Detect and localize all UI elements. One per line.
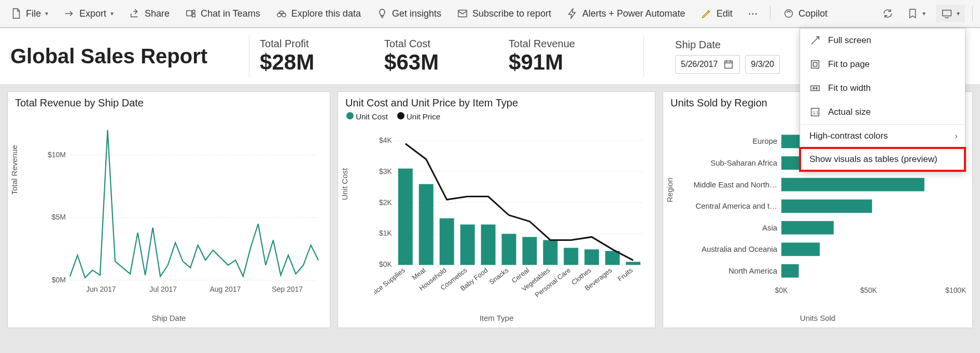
svg-text:Asia: Asia: [762, 224, 778, 232]
svg-text:$4K: $4K: [379, 136, 393, 144]
menu-show-as-tables[interactable]: Show visuals as tables (preview): [800, 148, 965, 171]
share-label: Share: [145, 8, 170, 19]
toolbar: File ▾ Export ▾ Share Chat in Teams Expl…: [0, 0, 980, 28]
menu-label: Fit to page: [828, 59, 870, 70]
kpi-cost: Total Cost $63M: [384, 38, 509, 75]
export-menu[interactable]: Export ▾: [61, 5, 117, 22]
kpi-label: Total Profit: [260, 38, 384, 50]
svg-text:Snacks: Snacks: [488, 266, 510, 286]
svg-point-1: [192, 10, 195, 13]
svg-text:$100K: $100K: [945, 286, 966, 294]
x-axis-label: Ship Date: [8, 311, 330, 328]
svg-rect-6: [943, 10, 951, 16]
chevron-right-icon: ›: [955, 131, 958, 141]
svg-text:Australia and Oceania: Australia and Oceania: [702, 245, 778, 253]
svg-rect-33: [398, 169, 413, 265]
refresh-button[interactable]: [879, 5, 897, 22]
x-axis-label: Item Type: [338, 311, 655, 328]
menu-fit-page[interactable]: Fit to page: [800, 52, 965, 76]
menu-label: Actual size: [828, 107, 871, 117]
bookmark-button[interactable]: ▾: [904, 5, 929, 22]
svg-text:$2K: $2K: [379, 198, 393, 207]
unit-cost-chart: $0K$1K$2K$3K$4KOffice SuppliesMeatHouseh…: [374, 127, 649, 309]
svg-rect-4: [458, 10, 467, 17]
report-title: Global Sales Report: [10, 45, 239, 68]
menu-fit-width[interactable]: Fit to width: [800, 76, 965, 100]
menu-full-screen[interactable]: Full screen: [800, 29, 965, 52]
view-dropdown: Full screen Fit to page Fit to width 1:1…: [800, 28, 965, 171]
svg-text:Europe: Europe: [752, 137, 777, 145]
chevron-down-icon: ▾: [957, 10, 960, 17]
copilot-label: Copilot: [799, 8, 828, 19]
date-to-input[interactable]: 9/3/20: [745, 55, 779, 74]
kpi-value: $28M: [260, 50, 384, 75]
more-button[interactable]: ···: [745, 4, 761, 23]
edit-label: Edit: [717, 8, 733, 19]
svg-rect-39: [460, 224, 475, 265]
svg-text:$0K: $0K: [379, 260, 393, 268]
chevron-down-icon: ▾: [45, 10, 48, 17]
file-menu[interactable]: File ▾: [7, 5, 51, 22]
export-label: Export: [79, 8, 106, 19]
chat-teams-button[interactable]: Chat in Teams: [182, 5, 263, 22]
svg-rect-8: [813, 62, 817, 66]
bolt-icon: [567, 8, 578, 19]
alerts-button[interactable]: Alerts + Power Automate: [564, 5, 689, 22]
svg-text:Personal Care: Personal Care: [534, 266, 572, 299]
menu-high-contrast[interactable]: High-contrast colors ›: [800, 125, 965, 147]
svg-text:Meat: Meat: [411, 266, 427, 282]
chevron-down-icon: ▾: [110, 10, 114, 17]
file-icon: [10, 8, 22, 19]
svg-text:Aug 2017: Aug 2017: [209, 285, 241, 293]
date-to-value: 9/3/20: [751, 60, 774, 69]
svg-rect-0: [187, 11, 192, 16]
svg-text:$10M: $10M: [48, 151, 66, 159]
file-label: File: [26, 8, 41, 19]
svg-rect-61: [781, 178, 925, 192]
date-from-input[interactable]: 5/26/2017: [675, 55, 740, 74]
kpi-value: $91M: [509, 50, 633, 75]
svg-rect-69: [781, 264, 799, 278]
refresh-icon: [882, 8, 893, 19]
expand-icon: [809, 35, 821, 46]
view-mode-button[interactable]: ▾: [936, 5, 965, 22]
card-revenue-by-date[interactable]: Total Revenue by Ship Date Total Revenue…: [7, 91, 330, 328]
edit-button[interactable]: Edit: [698, 5, 736, 22]
menu-actual-size[interactable]: 1:1 Actual size: [800, 100, 965, 124]
svg-text:North America: North America: [729, 267, 778, 275]
kpi-label: Total Cost: [384, 38, 509, 50]
svg-text:$1K: $1K: [379, 229, 393, 237]
svg-text:Sep 2017: Sep 2017: [272, 285, 303, 293]
binoculars-icon: [276, 8, 287, 19]
screen-icon: [941, 8, 953, 19]
svg-text:Jun 2017: Jun 2017: [86, 285, 116, 293]
x-axis-label: Units Sold: [663, 311, 972, 328]
svg-rect-41: [481, 224, 496, 265]
svg-text:$50K: $50K: [860, 286, 877, 294]
kpi-value: $63M: [384, 50, 509, 75]
chat-label: Chat in Teams: [201, 8, 260, 19]
subscribe-label: Subscribe to report: [472, 8, 551, 19]
svg-rect-35: [419, 184, 433, 265]
svg-text:$5M: $5M: [52, 213, 66, 221]
insights-label: Get insights: [392, 8, 441, 19]
subscribe-button[interactable]: Subscribe to report: [454, 5, 554, 22]
svg-text:$0M: $0M: [52, 276, 66, 284]
explore-button[interactable]: Explore this data: [273, 5, 364, 22]
explore-label: Explore this data: [291, 8, 361, 19]
svg-text:Middle East and North…: Middle East and North…: [693, 181, 777, 189]
divider: [249, 35, 249, 77]
kpi-profit: Total Profit $28M: [260, 38, 384, 75]
lightbulb-icon: [376, 8, 388, 19]
card-unit-cost-price[interactable]: Unit Cost and Unit Price by Item Type Un…: [338, 91, 655, 328]
fit-page-icon: [809, 59, 821, 70]
share-button[interactable]: Share: [126, 5, 173, 22]
insights-button[interactable]: Get insights: [373, 5, 444, 22]
filter-label: Ship Date: [675, 39, 780, 51]
svg-text:$3K: $3K: [379, 167, 393, 175]
legend-item: Unit Cost: [356, 112, 388, 121]
copilot-button[interactable]: Copilot: [780, 5, 831, 22]
svg-rect-49: [564, 248, 578, 265]
svg-rect-37: [440, 219, 454, 265]
svg-text:Office Supplies: Office Supplies: [374, 266, 407, 301]
